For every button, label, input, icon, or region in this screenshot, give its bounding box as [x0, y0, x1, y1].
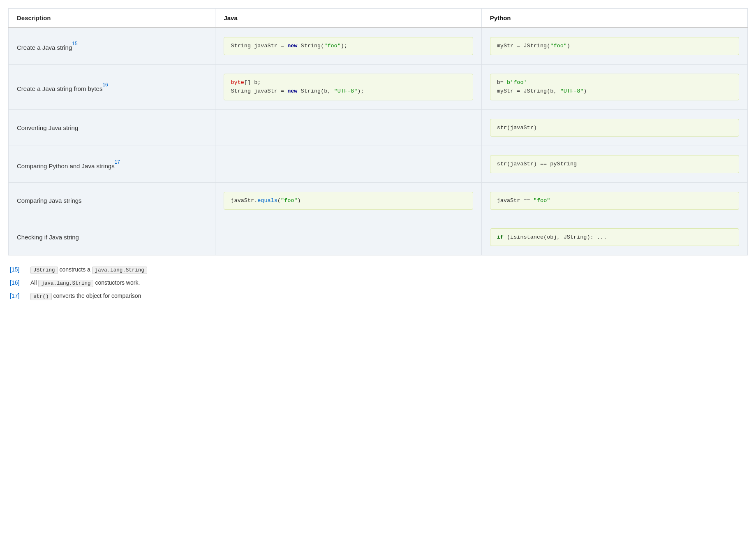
table-row: Comparing Python and Java strings17 str(… [9, 146, 748, 183]
keyword-byte: byte [231, 79, 244, 86]
footnote-number-17: [17] [10, 292, 30, 299]
python-code-cell: str(javaStr) == pyString [481, 146, 747, 183]
python-code-cell: str(javaStr) [481, 109, 747, 146]
keyword-if: if [497, 234, 504, 240]
string-literal: "foo" [324, 43, 341, 49]
inline-code-java-lang-string-2: java.lang.String [38, 280, 93, 287]
header-description: Description [9, 9, 215, 28]
footnote-row-17: [17] str() converts the object for compa… [10, 292, 746, 301]
description-text: Comparing Java strings [17, 197, 82, 204]
table-header-row: Description Java Python [9, 9, 748, 28]
string-literal: "foo" [534, 197, 550, 204]
python-code-block: str(javaStr) [490, 119, 739, 137]
row-description: Comparing Java strings [9, 182, 215, 219]
java-code-cell-empty [215, 109, 481, 146]
description-text: Comparing Python and Java strings [17, 162, 115, 169]
keyword-new: new [287, 43, 297, 49]
java-code-cell: String javaStr = new String("foo"); [215, 28, 481, 64]
java-code-cell: javaStr.equals("foo") [215, 182, 481, 219]
footnote-link-16[interactable]: 16 [102, 82, 108, 88]
python-code-cell: b= b'foo' myStr = JString(b, "UTF-8") [481, 64, 747, 109]
inline-code-str: str() [30, 293, 52, 300]
java-code-cell: byte[] b; String javaStr = new String(b,… [215, 64, 481, 109]
table-row: Comparing Java strings javaStr.equals("f… [9, 182, 748, 219]
python-code-cell: javaStr == "foo" [481, 182, 747, 219]
table-row: Checking if Java string if (isinstance(o… [9, 219, 748, 255]
string-literal: "foo" [281, 197, 298, 204]
footnote-row-16: [16] All java.lang.String constuctors wo… [10, 278, 746, 288]
header-python: Python [481, 9, 747, 28]
description-text: Converting Java string [17, 124, 78, 131]
row-description: Checking if Java string [9, 219, 215, 255]
footnote-link-17[interactable]: 17 [115, 159, 120, 165]
description-text: Create a Java string from bytes [17, 85, 102, 92]
table-row: Converting Java string str(javaStr) [9, 109, 748, 146]
footnote-text-after: constuctors work. [95, 279, 140, 286]
inline-code-jstring: JString [30, 267, 58, 274]
footnote-text-17: str() converts the object for comparison [30, 292, 746, 301]
java-code-cell-empty [215, 219, 481, 255]
keyword-new: new [287, 88, 297, 94]
footnote-text-15: JString constructs a java.lang.String [30, 265, 746, 274]
python-code-cell: if (isinstance(obj, JString): ... [481, 219, 747, 255]
string-literal: "UTF-8" [334, 88, 358, 94]
footnote-row-15: [15] JString constructs a java.lang.Stri… [10, 265, 746, 274]
footnotes-section: [15] JString constructs a java.lang.Stri… [8, 265, 748, 300]
python-code-cell: myStr = JString("foo") [481, 28, 747, 64]
python-code-block: b= b'foo' myStr = JString(b, "UTF-8") [490, 74, 739, 100]
footnote-number-16: [16] [10, 279, 30, 286]
python-code-block: javaStr == "foo" [490, 192, 739, 210]
string-literal: "UTF-8" [560, 88, 584, 94]
footnote-text-middle: converts the object for comparison [53, 292, 141, 299]
header-java: Java [215, 9, 481, 28]
description-text: Checking if Java string [17, 234, 79, 241]
row-description: Comparing Python and Java strings17 [9, 146, 215, 183]
footnote-text-middle: constructs a [59, 266, 92, 273]
description-text: Create a Java string [17, 44, 72, 51]
python-code-block: str(javaStr) == pyString [490, 155, 739, 173]
row-description: Create a Java string15 [9, 28, 215, 64]
java-code-block: String javaStr = new String("foo"); [224, 37, 473, 55]
string-literal: "foo" [550, 43, 567, 49]
table-row: Create a Java string15 String javaStr = … [9, 28, 748, 64]
footnote-link-15[interactable]: 15 [72, 41, 77, 46]
method-equals: equals [257, 197, 277, 204]
java-code-block: byte[] b; String javaStr = new String(b,… [224, 74, 473, 100]
comparison-table: Description Java Python Create a Java st… [8, 8, 748, 255]
table-row: Create a Java string from bytes16 byte[]… [9, 64, 748, 109]
java-code-block: javaStr.equals("foo") [224, 192, 473, 210]
python-code-block: if (isinstance(obj, JString): ... [490, 228, 739, 246]
python-code-block: myStr = JString("foo") [490, 37, 739, 55]
row-description: Create a Java string from bytes16 [9, 64, 215, 109]
footnote-text-before: All [30, 279, 38, 286]
footnote-text-16: All java.lang.String constuctors work. [30, 278, 746, 288]
inline-code-java-lang-string: java.lang.String [92, 267, 147, 274]
bytes-literal: b'foo' [507, 79, 527, 86]
footnote-number-15: [15] [10, 266, 30, 273]
row-description: Converting Java string [9, 109, 215, 146]
java-code-cell-empty [215, 146, 481, 183]
